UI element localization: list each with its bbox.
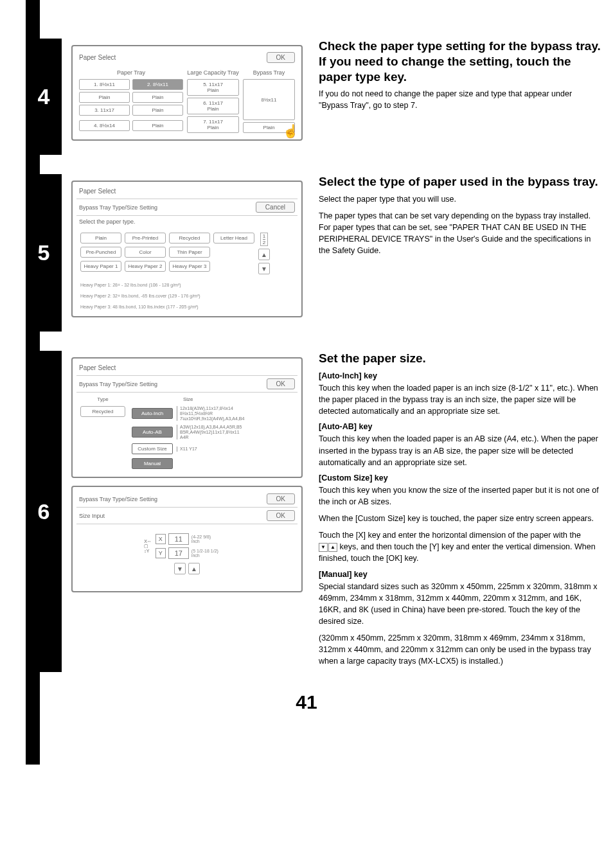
type-heavy1[interactable]: Heavy Paper 1 — [80, 261, 121, 272]
step-number-4: 4 — [26, 39, 62, 155]
scroll-up-button[interactable]: ▲ — [258, 249, 270, 260]
dialog-title: Paper Select — [79, 364, 116, 371]
tray-6-size: 6. 11x17 — [203, 100, 223, 106]
step-5-section: 5 Paper Select Bypass Tray Type/Size Set… — [26, 174, 613, 332]
tray-6[interactable]: 6. 11x17 Plain — [187, 98, 239, 114]
type-plain[interactable]: Plain — [80, 233, 121, 244]
tray-7-type: Plain — [208, 125, 219, 130]
paper-tray-label: Paper Tray — [79, 69, 183, 76]
y-value: 17 — [168, 547, 189, 559]
step-4-body: If you do not need to change the paper s… — [319, 88, 601, 111]
step-number-6: 6 — [26, 351, 62, 672]
auto-ab-button[interactable]: Auto-AB — [132, 427, 173, 438]
custom-size-desc: X11 Y17 — [177, 447, 197, 452]
ok-button[interactable]: OK — [267, 52, 295, 63]
footnote-2: Heavy Paper 2: 32+ lbs.bond, -65 lbs.cov… — [76, 290, 298, 301]
manual-button[interactable]: Manual — [132, 458, 173, 469]
custom-size-text-c-part1: Touch the [X] key and enter the horizont… — [319, 531, 581, 540]
y-range: (5 1/2-18 1/2) inch — [191, 549, 230, 558]
up-down-keys-icon: ▼▲ — [319, 543, 337, 552]
dialog-title: Paper Select — [79, 54, 116, 61]
tray-2-type: Plain — [132, 92, 183, 103]
page-indicator: 1 2 — [260, 233, 268, 246]
type-heavy2[interactable]: Heavy Paper 2 — [125, 261, 166, 272]
tray-5[interactable]: 5. 11x17 Plain — [187, 79, 239, 96]
custom-size-text-c: Touch the [X] key and enter the horizont… — [319, 529, 601, 564]
auto-inch-button[interactable]: Auto-Inch — [132, 408, 173, 419]
size-heading: Size — [132, 396, 244, 402]
auto-inch-desc: 12x18(A3W),11x17,8½x14 8½x11,5½x8½R 7¼x1… — [177, 406, 244, 421]
footnote-1: Heavy Paper 1: 28+ - 32 lbs.bond (106 - … — [76, 279, 298, 290]
increase-button[interactable]: ▲ — [188, 563, 200, 574]
type-preprinted[interactable]: Pre-Printed — [125, 233, 166, 244]
step-6-section: 6 Paper Select Bypass Tray Type/Size Set… — [26, 351, 613, 672]
manual-text-b: (320mm x 450mm, 225mm x 320mm, 318mm x 4… — [319, 632, 601, 667]
ok-button-1[interactable]: OK — [267, 493, 295, 504]
scroll-down-button[interactable]: ▼ — [258, 263, 270, 274]
cancel-button[interactable]: Cancel — [256, 202, 295, 213]
footnote-3: Heavy Paper 3: 48 lbs.bond, 110 lbs.inde… — [76, 301, 298, 312]
size-input-label: Size Input — [79, 513, 105, 519]
subtitle: Bypass Tray Type/Size Setting — [79, 204, 157, 211]
dialog-title: Paper Select — [79, 188, 116, 195]
manual-key-label: [Manual] key — [319, 570, 601, 579]
instruction-text: Select the paper type. — [79, 218, 136, 225]
tray-4[interactable]: 4. 8½x14 — [79, 120, 130, 131]
type-recycled[interactable]: Recycled — [169, 233, 210, 244]
y-axis-button[interactable]: Y — [155, 548, 166, 558]
bypass-size[interactable]: 8½x11 — [243, 79, 295, 120]
size-setting-dialog: Paper Select Bypass Tray Type/Size Setti… — [71, 357, 303, 478]
subtitle: Bypass Tray Type/Size Setting — [79, 381, 157, 387]
ok-button-2[interactable]: OK — [267, 510, 295, 521]
step-number-5: 5 — [26, 174, 62, 332]
type-heading: Type — [80, 396, 125, 402]
paper-select-dialog-5: Paper Select Bypass Tray Type/Size Setti… — [71, 181, 303, 317]
auto-inch-text: Touch this key when the loaded paper is … — [319, 382, 601, 417]
step-5-heading: Select the type of paper used in the byp… — [319, 174, 601, 190]
tray-3-type: Plain — [132, 105, 183, 116]
type-value[interactable]: Recycled — [80, 406, 125, 417]
page-number: 41 — [0, 691, 613, 713]
tray-2[interactable]: 2. 8½x11 — [132, 79, 183, 90]
tray-7-size: 7. 11x17 — [203, 119, 223, 125]
touch-cursor-icon: ☝ — [283, 123, 299, 139]
custom-size-key-label: [Custom Size] key — [319, 474, 601, 483]
paper-select-dialog-4: Paper Select OK Paper Tray 1. 8½x11 2. 8… — [71, 45, 303, 141]
type-prepunched[interactable]: Pre-Punched — [80, 247, 121, 258]
step-4-section: 4 Paper Select OK Paper Tray 1. 8½x11 2.… — [26, 39, 613, 155]
manual-text-a: Special standard sizes such as 320mm x 4… — [319, 581, 601, 628]
tray-7[interactable]: 7. 11x17 Plain — [187, 116, 239, 133]
custom-size-text-a: Touch this key when you know the size of… — [319, 484, 601, 508]
ok-button[interactable]: OK — [267, 378, 295, 389]
type-thin[interactable]: Thin Paper — [169, 247, 210, 258]
type-heavy3[interactable]: Heavy Paper 3 — [169, 261, 210, 272]
custom-size-text-b: When the [Custom Size] key is touched, t… — [319, 513, 601, 524]
custom-size-button[interactable]: Custom Size — [132, 443, 173, 454]
auto-ab-text: Touch this key when the loaded paper is … — [319, 433, 601, 468]
auto-ab-key-label: [Auto-AB] key — [319, 422, 601, 431]
type-color[interactable]: Color — [125, 247, 166, 258]
page-orientation-icon: X↔▢↕Y — [144, 539, 152, 553]
auto-ab-desc: A3W(12x18),A3,B4,A4,A5R,B5 B5R,A4W(9x12)… — [177, 425, 242, 439]
auto-inch-key-label: [Auto-Inch] key — [319, 371, 601, 380]
large-capacity-label: Large Capacity Tray — [187, 69, 239, 76]
subtitle: Bypass Tray Type/Size Setting — [79, 496, 157, 502]
tray-1-type: Plain — [79, 92, 130, 103]
decrease-button[interactable]: ▼ — [174, 563, 186, 574]
tray-3[interactable]: 3. 11x17 — [79, 105, 130, 116]
tray-6-type: Plain — [208, 106, 219, 112]
type-letterhead[interactable]: Letter Head — [213, 233, 254, 244]
tray-5-size: 5. 11x17 — [203, 82, 223, 87]
custom-size-text-c-part2: keys, and then touch the [Y] key and ent… — [319, 542, 596, 563]
step-5-body-1: Select the paper type that you will use. — [319, 193, 601, 205]
x-range: (4-22 9/8) inch — [191, 535, 230, 544]
step-5-body-2: The paper types that can be set vary dep… — [319, 210, 601, 257]
bypass-tray-label: Bypass Tray — [243, 69, 295, 76]
step-4-heading: Check the paper type setting for the byp… — [319, 39, 601, 84]
x-value: 11 — [168, 533, 189, 545]
tray-4-type: Plain — [132, 120, 183, 131]
x-axis-button[interactable]: X — [155, 534, 166, 544]
step-6-heading: Set the paper size. — [319, 351, 601, 366]
tray-1[interactable]: 1. 8½x11 — [79, 79, 130, 90]
tray-5-type: Plain — [208, 87, 219, 93]
